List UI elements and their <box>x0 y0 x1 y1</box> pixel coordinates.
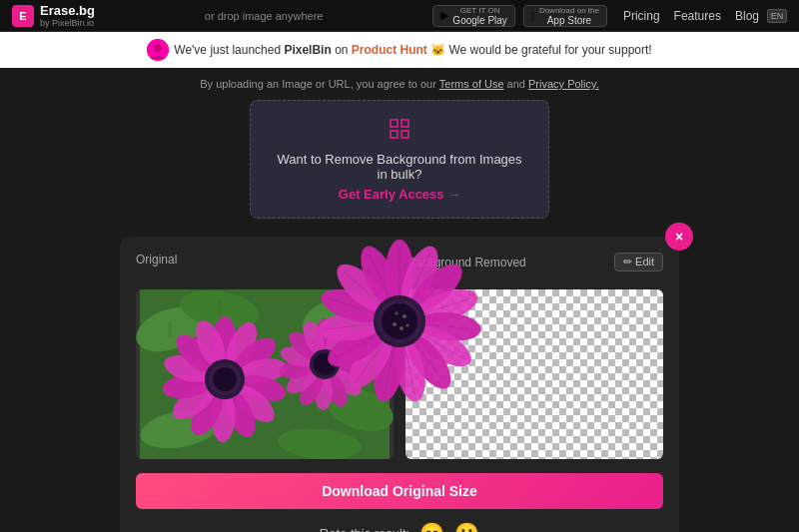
privacy-link[interactable]: Privacy Policy. <box>528 78 599 90</box>
apple-icon:  <box>531 10 535 22</box>
logo-subtitle: by PixelBin.io <box>40 18 95 28</box>
rate-row: Rate this result: 😑 🙂 <box>136 521 663 532</box>
google-play-icon: ▶ <box>440 9 448 22</box>
ph-text: We've just launched PixelBin on Product … <box>174 43 651 57</box>
svg-rect-5 <box>401 131 408 138</box>
nav-center-text: or drop image anywhere <box>95 10 432 22</box>
neutral-rating-button[interactable]: 🙂 <box>454 521 479 532</box>
bulk-icon-top <box>271 117 528 146</box>
ph-avatar <box>147 39 169 61</box>
language-selector[interactable]: EN <box>767 9 787 23</box>
google-play-sublabel: GET IT ON <box>452 6 506 15</box>
nav-right-area: ▶ GET IT ON Google Play  Download on th… <box>432 5 787 27</box>
images-row <box>136 289 663 459</box>
features-link[interactable]: Features <box>674 9 721 23</box>
svg-point-1 <box>154 44 162 52</box>
app-store-button[interactable]:  Download on the App Store <box>523 5 607 27</box>
logo-title: Erase.bg <box>40 3 95 18</box>
bad-rating-button[interactable]: 😑 <box>419 521 444 532</box>
blog-link[interactable]: Blog <box>735 9 759 23</box>
google-play-label: Google Play <box>452 15 506 26</box>
early-access-link-top[interactable]: Get Early Access → <box>271 187 528 202</box>
bulk-card-top: Want to Remove Background from Images in… <box>250 100 549 219</box>
pricing-link[interactable]: Pricing <box>623 9 660 23</box>
svg-rect-4 <box>391 131 398 138</box>
svg-rect-2 <box>391 120 398 127</box>
app-store-label: App Store <box>539 15 599 26</box>
app-store-sublabel: Download on the <box>539 6 599 15</box>
main-area: By uploading an Image or URL, you agree … <box>0 68 799 532</box>
close-button[interactable]: × <box>665 223 693 251</box>
top-navigation: E Erase.bg by PixelBin.io or drop image … <box>0 0 799 32</box>
rate-label: Rate this result: <box>320 526 409 533</box>
product-hunt-banner: We've just launched PixelBin on Product … <box>0 32 799 68</box>
result-panel: × Original Background Removed ✏ Edit <box>120 237 679 532</box>
terms-line: By uploading an Image or URL, you agree … <box>200 78 598 90</box>
terms-link[interactable]: Terms of Use <box>439 78 504 90</box>
download-button[interactable]: Download Original Size <box>136 473 663 509</box>
google-play-button[interactable]: ▶ GET IT ON Google Play <box>432 5 514 27</box>
svg-point-85 <box>406 324 409 327</box>
result-image <box>405 289 663 459</box>
svg-rect-3 <box>401 120 408 127</box>
ph-pixelbin: PixelBin <box>284 43 331 57</box>
ph-product-hunt-label: Product Hunt <box>352 43 427 57</box>
logo-area: E Erase.bg by PixelBin.io <box>12 3 95 28</box>
logo-icon: E <box>12 5 34 27</box>
nav-links: Pricing Features Blog <box>623 9 759 23</box>
bulk-card-title-top: Want to Remove Background from Images in… <box>271 152 528 182</box>
